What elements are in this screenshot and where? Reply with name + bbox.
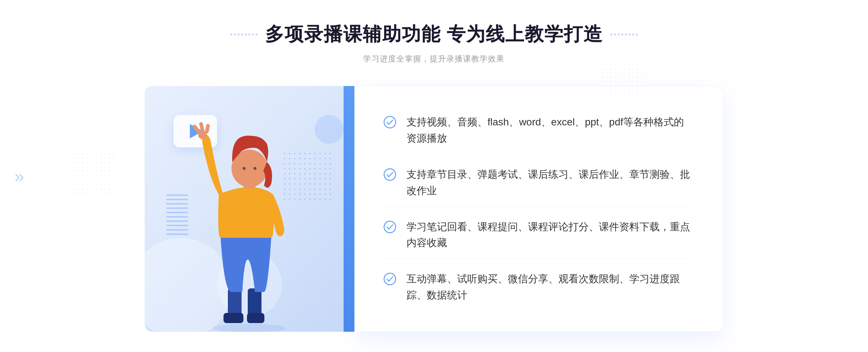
- feature-text-4: 互动弹幕、试听购买、微信分享、观看次数限制、学习进度跟踪、数据统计: [407, 271, 694, 304]
- svg-point-8: [254, 167, 256, 170]
- svg-line-12: [207, 126, 208, 132]
- feature-text-2: 支持章节目录、弹题考试、课后练习、课后作业、章节测验、批改作业: [407, 167, 694, 199]
- svg-point-14: [384, 169, 396, 180]
- feature-item-2: 支持章节目录、弹题考试、课后练习、课后作业、章节测验、批改作业: [383, 159, 694, 207]
- person-illustration: [184, 115, 315, 332]
- left-chevron-decoration: »: [14, 166, 24, 186]
- content-area: 支持视频、音频、flash、word、excel、ppt、pdf等各种格式的资源…: [145, 86, 723, 332]
- feature-item-3: 学习笔记回看、课程提问、课程评论打分、课件资料下载，重点内容收藏: [383, 212, 694, 259]
- subtitle-text: 学习进度全掌握，提升录播课教学效果: [230, 53, 638, 64]
- check-icon-3: [383, 220, 396, 233]
- check-icon-1: [383, 116, 396, 129]
- feature-text-3: 学习笔记回看、课程提问、课程评论打分、课件资料下载，重点内容收藏: [407, 219, 694, 252]
- svg-rect-3: [224, 313, 243, 323]
- title-deco-left: [230, 33, 258, 36]
- right-panel: 支持视频、音频、flash、word、excel、ppt、pdf等各种格式的资源…: [354, 86, 723, 332]
- page-title: 多项录播课辅助功能 专为线上教学打造: [230, 22, 638, 47]
- accent-bar: [344, 86, 354, 332]
- feature-text-1: 支持视频、音频、flash、word、excel、ppt、pdf等各种格式的资源…: [407, 114, 694, 147]
- dot-pattern-right: [600, 58, 644, 101]
- svg-point-7: [243, 167, 246, 170]
- check-icon-4: [383, 272, 396, 286]
- svg-line-10: [195, 126, 198, 131]
- dot-pattern-left: [72, 152, 116, 195]
- left-illustration: [145, 86, 354, 332]
- title-deco-right: [610, 33, 638, 36]
- feature-item-4: 互动弹幕、试听购买、微信分享、观看次数限制、学习进度跟踪、数据统计: [383, 264, 694, 311]
- page-wrapper: » 多项录播课辅助功能 专为线上教学打造 学习进度全掌握，提升录播课教学效果: [0, 0, 868, 352]
- check-icon-2: [383, 168, 396, 181]
- svg-line-11: [201, 124, 203, 130]
- illus-circle-small: [315, 115, 344, 144]
- svg-point-16: [384, 273, 396, 285]
- svg-rect-4: [247, 313, 264, 323]
- title-text: 多项录播课辅助功能 专为线上教学打造: [265, 22, 603, 47]
- svg-point-0: [213, 324, 286, 332]
- feature-item-1: 支持视频、音频、flash、word、excel、ppt、pdf等各种格式的资源…: [383, 107, 694, 154]
- header-section: 多项录播课辅助功能 专为线上教学打造 学习进度全掌握，提升录播课教学效果: [230, 22, 638, 64]
- svg-point-13: [384, 116, 396, 128]
- svg-point-15: [384, 221, 396, 233]
